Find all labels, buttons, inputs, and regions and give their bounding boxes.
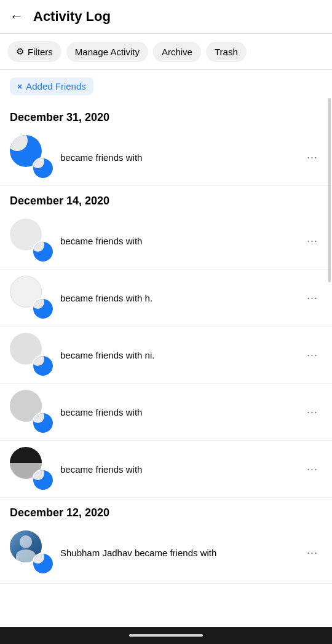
trash-label: Trash bbox=[215, 47, 238, 57]
scrollbar[interactable] bbox=[328, 98, 331, 282]
page-title: Activity Log bbox=[33, 9, 111, 25]
filters-icon: ⚙ bbox=[16, 46, 24, 57]
avatar bbox=[10, 530, 54, 575]
activity-text: Shubham Jadhav became friends with bbox=[60, 546, 302, 559]
avatar-friend bbox=[32, 469, 54, 491]
more-options-button[interactable]: ··· bbox=[302, 459, 322, 479]
activity-text: became friends with bbox=[60, 151, 302, 164]
avatar bbox=[10, 135, 54, 179]
avatar bbox=[10, 390, 54, 434]
avatar bbox=[10, 333, 54, 377]
section-date-dec12: December 12, 2020 bbox=[0, 498, 332, 524]
activity-text: became friends with bbox=[60, 235, 302, 247]
filters-label: Filters bbox=[28, 47, 53, 57]
trash-button[interactable]: Trash bbox=[206, 42, 247, 62]
avatar-friend bbox=[32, 241, 54, 263]
archive-label: Archive bbox=[162, 47, 192, 57]
activity-text: became friends with bbox=[60, 406, 302, 419]
avatar-friend bbox=[32, 355, 54, 377]
avatar-friend bbox=[32, 553, 54, 575]
header: ← Activity Log bbox=[0, 0, 332, 34]
activity-text: became friends with ni. bbox=[60, 349, 302, 362]
activity-item: became friends with ni. ··· bbox=[0, 327, 332, 384]
more-options-button[interactable]: ··· bbox=[302, 402, 322, 422]
activity-text: became friends with bbox=[60, 463, 302, 476]
remove-filter-icon[interactable]: × bbox=[17, 82, 22, 91]
filters-button[interactable]: ⚙ Filters bbox=[7, 41, 61, 62]
more-options-button[interactable]: ··· bbox=[302, 231, 322, 250]
manage-label: Manage Activity bbox=[75, 47, 140, 57]
activity-item: became friends with ··· bbox=[0, 212, 332, 270]
activity-item: became friends with h. ··· bbox=[0, 270, 332, 327]
more-options-button[interactable]: ··· bbox=[302, 288, 322, 308]
manage-activity-button[interactable]: Manage Activity bbox=[66, 42, 148, 62]
filter-label: Added Friends bbox=[26, 81, 86, 91]
activity-text: became friends with h. bbox=[60, 292, 302, 305]
back-button[interactable]: ← bbox=[10, 9, 23, 25]
activity-item: Shubham Jadhav became friends with ··· bbox=[0, 524, 332, 584]
section-date-dec31: December 31, 2020 bbox=[0, 103, 332, 129]
activity-item: became friends with ··· bbox=[0, 129, 332, 186]
section-date-dec14: December 14, 2020 bbox=[0, 186, 332, 212]
more-options-button[interactable]: ··· bbox=[302, 543, 322, 562]
more-options-button[interactable]: ··· bbox=[302, 147, 322, 167]
activity-item: became friends with ··· bbox=[0, 441, 332, 498]
avatar-friend bbox=[32, 412, 54, 434]
toolbar: ⚙ Filters Manage Activity Archive Trash bbox=[0, 34, 332, 70]
home-indicator bbox=[129, 634, 203, 637]
activity-item: became friends with ··· bbox=[0, 384, 332, 441]
avatar bbox=[10, 276, 54, 320]
avatar bbox=[10, 447, 54, 491]
avatar bbox=[10, 219, 54, 263]
active-filter-tag[interactable]: × Added Friends bbox=[10, 77, 93, 95]
archive-button[interactable]: Archive bbox=[153, 42, 201, 62]
avatar-friend bbox=[32, 298, 54, 320]
more-options-button[interactable]: ··· bbox=[302, 345, 322, 365]
bottom-bar bbox=[0, 627, 332, 644]
avatar-friend bbox=[32, 157, 54, 179]
